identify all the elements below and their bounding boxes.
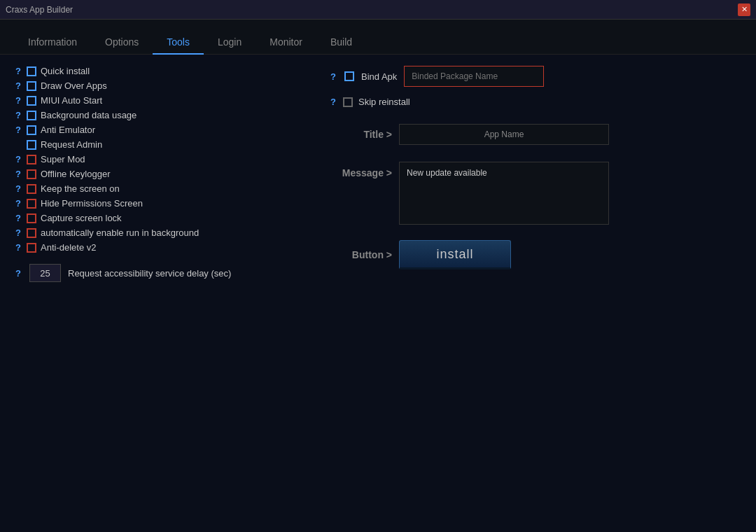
label-skip-reinstall: Skip reinstall (358, 97, 410, 107)
option-anti-delete: ? Anti-delete v2 (14, 242, 308, 253)
checkbox-request-admin[interactable] (27, 140, 36, 150)
titlebar-title: Craxs App Builder (6, 5, 73, 15)
label-auto-run-bg: automatically enable run in background (41, 227, 199, 238)
checkbox-miui-auto-start[interactable] (27, 96, 36, 106)
skip-reinstall-row: ? Skip reinstall (329, 97, 742, 107)
message-field-label: Message > (329, 167, 392, 178)
right-panel: ? Bind Apk ? Skip reinstall Title > Mess… (308, 66, 742, 521)
checkbox-quick-install[interactable] (27, 66, 36, 76)
option-auto-run-bg: ? automatically enable run in background (14, 227, 308, 238)
label-background-data: Background data usage (41, 110, 136, 120)
tab-build[interactable]: Build (316, 31, 366, 55)
checkbox-auto-run-bg[interactable] (27, 228, 36, 238)
help-quick-install[interactable]: ? (14, 66, 22, 76)
help-anti-emulator[interactable]: ? (14, 125, 22, 135)
option-hide-permissions: ? Hide Permissions Screen (14, 198, 308, 209)
title-row: Title > (329, 124, 742, 145)
delay-section: ? Request accessibility service delay (s… (14, 264, 308, 282)
help-hide-permissions[interactable]: ? (14, 198, 22, 209)
tab-monitor[interactable]: Monitor (255, 31, 316, 55)
label-anti-emulator: Anti Emulator (41, 125, 95, 135)
label-anti-delete: Anti-delete v2 (41, 242, 97, 253)
option-draw-over-apps: ? Draw Over Apps (14, 80, 308, 91)
title-field-label: Title > (329, 129, 392, 140)
main-content: ? Quick install ? Draw Over Apps ? MIUI … (0, 55, 756, 532)
delay-input[interactable] (29, 264, 61, 282)
option-keep-screen-on: ? Keep the screen on (14, 183, 308, 194)
button-field-label: Button > (329, 249, 392, 260)
help-draw-over-apps[interactable]: ? (14, 80, 22, 91)
help-auto-run-bg[interactable]: ? (14, 227, 22, 238)
checkbox-capture-screen-lock[interactable] (27, 214, 36, 223)
binded-package-input[interactable] (404, 66, 544, 87)
titlebar: Craxs App Builder ✕ (0, 0, 756, 20)
delay-label: Request accessibility service delay (sec… (68, 268, 231, 279)
label-request-admin: Request Admin (41, 139, 102, 150)
label-keep-screen-on: Keep the screen on (41, 183, 120, 194)
label-miui-auto-start: MIUI Auto Start (41, 95, 102, 106)
help-miui-auto-start[interactable]: ? (14, 95, 22, 106)
help-background-data[interactable]: ? (14, 110, 22, 120)
option-quick-install: ? Quick install (14, 66, 308, 76)
tab-login[interactable]: Login (204, 31, 255, 55)
title-input[interactable] (399, 124, 609, 145)
help-bind-apk[interactable]: ? (329, 71, 337, 82)
checkbox-background-data[interactable] (27, 111, 36, 120)
checkbox-draw-over-apps[interactable] (27, 81, 36, 91)
help-super-mod[interactable]: ? (14, 154, 22, 164)
checkbox-offline-keylogger[interactable] (27, 169, 36, 179)
option-request-admin: Request Admin (14, 139, 308, 150)
checkbox-keep-screen-on[interactable] (27, 184, 36, 194)
label-super-mod: Super Mod (41, 154, 85, 164)
tab-information[interactable]: Information (14, 31, 91, 55)
tab-tools[interactable]: Tools (153, 31, 204, 55)
help-anti-delete[interactable]: ? (14, 242, 22, 253)
checkbox-skip-reinstall[interactable] (343, 97, 353, 107)
option-anti-emulator: ? Anti Emulator (14, 125, 308, 135)
install-button[interactable]: install (399, 240, 511, 270)
label-capture-screen-lock: Capture screen lock (41, 213, 122, 223)
help-skip-reinstall[interactable]: ? (329, 97, 337, 107)
message-row: Message > New update available (329, 162, 742, 225)
option-miui-auto-start: ? MIUI Auto Start (14, 95, 308, 106)
label-offline-keylogger: Offline Keylogger (41, 169, 111, 179)
tabbar: Information Options Tools Login Monitor … (0, 20, 756, 55)
option-background-data: ? Background data usage (14, 110, 308, 120)
help-delay[interactable]: ? (14, 268, 22, 279)
close-button[interactable]: ✕ (738, 4, 750, 16)
tab-options[interactable]: Options (91, 31, 153, 55)
checkbox-anti-delete[interactable] (27, 243, 36, 253)
help-keep-screen-on[interactable]: ? (14, 183, 22, 194)
checkbox-bind-apk[interactable] (344, 71, 354, 81)
label-hide-permissions: Hide Permissions Screen (41, 198, 143, 209)
checkbox-anti-emulator[interactable] (27, 125, 36, 135)
option-capture-screen-lock: ? Capture screen lock (14, 213, 308, 223)
help-offline-keylogger[interactable]: ? (14, 169, 22, 179)
option-offline-keylogger: ? Offline Keylogger (14, 169, 308, 179)
message-input[interactable]: New update available (399, 162, 609, 225)
bind-apk-row: ? Bind Apk (329, 66, 742, 87)
option-super-mod: ? Super Mod (14, 154, 308, 164)
label-quick-install: Quick install (41, 66, 90, 76)
help-capture-screen-lock[interactable]: ? (14, 213, 22, 223)
button-row: Button > install (329, 240, 742, 270)
label-draw-over-apps: Draw Over Apps (41, 80, 107, 91)
label-bind-apk: Bind Apk (361, 71, 397, 82)
left-panel: ? Quick install ? Draw Over Apps ? MIUI … (14, 66, 308, 521)
checkbox-super-mod[interactable] (27, 155, 36, 164)
checkbox-hide-permissions[interactable] (27, 199, 36, 209)
